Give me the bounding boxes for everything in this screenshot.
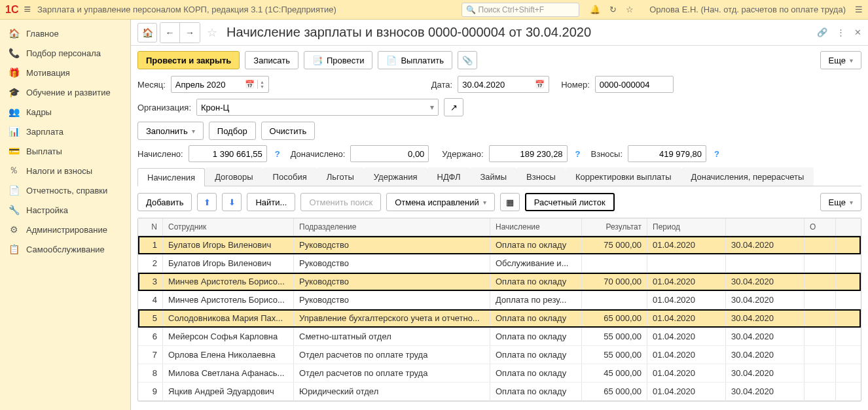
- tab[interactable]: НДФЛ: [427, 167, 471, 186]
- tab[interactable]: Удержания: [364, 167, 427, 186]
- accrued-value: [189, 145, 267, 162]
- table-row[interactable]: 2Булатов Игорь ВиленовичРуководствоОбслу…: [138, 254, 861, 273]
- pay-button[interactable]: 📄Выплатить: [378, 51, 452, 69]
- cell-period-end: 30.04.2020: [726, 273, 805, 290]
- undo-fix-button[interactable]: Отмена исправлений: [386, 193, 495, 211]
- kebab-icon[interactable]: ⋮: [837, 27, 845, 37]
- find-button[interactable]: Найти...: [247, 193, 295, 211]
- home-button[interactable]: 🏠: [137, 23, 157, 43]
- move-down-button[interactable]: ⬇: [222, 193, 242, 211]
- sidebar-item[interactable]: 🎓Обучение и развитие: [0, 82, 130, 102]
- help-icon[interactable]: ?: [714, 149, 719, 159]
- post-icon: 📑: [312, 56, 323, 65]
- attach-button[interactable]: 📎: [458, 51, 477, 69]
- menu-icon[interactable]: ☰: [855, 5, 863, 14]
- col-department[interactable]: Подразделение: [294, 218, 490, 235]
- sidebar-icon: ％: [8, 165, 20, 177]
- help-icon[interactable]: ?: [575, 149, 581, 159]
- payslip-button[interactable]: Расчетный листок: [525, 193, 615, 211]
- table-row[interactable]: 4Минчев Аристотель Борисо...РуководствоД…: [138, 291, 861, 309]
- help-icon[interactable]: ?: [275, 149, 280, 159]
- more-button[interactable]: Еще: [820, 51, 861, 69]
- post-button[interactable]: 📑Провести: [304, 51, 373, 69]
- star-icon[interactable]: ☆: [626, 5, 634, 14]
- cell-period-start: [647, 254, 726, 272]
- clear-button[interactable]: Очистить: [261, 122, 316, 140]
- tab[interactable]: Займы: [470, 167, 516, 186]
- favorite-icon[interactable]: ☆: [207, 26, 217, 40]
- sidebar-item[interactable]: 💳Выплаты: [0, 141, 130, 161]
- tab[interactable]: Корректировки выплаты: [566, 167, 681, 186]
- spinner-icon[interactable]: ▲▼: [257, 80, 264, 89]
- sidebar-item[interactable]: 🔧Настройка: [0, 200, 130, 220]
- add-row-button[interactable]: Добавить: [137, 193, 192, 211]
- save-button[interactable]: Записать: [245, 51, 298, 69]
- sidebar-item[interactable]: ⚙Администрирование: [0, 220, 130, 239]
- cell-period-end: [726, 254, 805, 272]
- cell-accrual: Обслуживание и...: [490, 254, 582, 272]
- org-expand-button[interactable]: ↗: [444, 98, 463, 116]
- sidebar-item[interactable]: 📊Зарплата: [0, 122, 130, 141]
- cell-o: [805, 309, 836, 327]
- sidebar-item[interactable]: 📞Подбор персонала: [0, 43, 130, 63]
- col-period-end[interactable]: [726, 218, 805, 235]
- sidebar-item[interactable]: 📋Самообслуживание: [0, 239, 130, 259]
- cell-accrual: Оплата по окладу: [490, 236, 582, 254]
- table-row[interactable]: 7Орлова Елена НиколаевнаОтдел расчетов п…: [138, 346, 861, 364]
- col-period[interactable]: Период: [647, 218, 726, 235]
- table-row[interactable]: 6Мейерсон Софья КарловнаСметно-штатный о…: [138, 328, 861, 346]
- move-up-button[interactable]: ⬆: [197, 193, 217, 211]
- sidebar-item[interactable]: ％Налоги и взносы: [0, 161, 130, 180]
- col-n[interactable]: N: [138, 218, 163, 235]
- tab[interactable]: Пособия: [263, 167, 317, 186]
- month-input[interactable]: 📅 ▲▼: [171, 76, 269, 93]
- back-button[interactable]: ←: [160, 23, 180, 43]
- tab[interactable]: Льготы: [317, 167, 364, 186]
- col-result[interactable]: Результат: [582, 218, 647, 235]
- search-input[interactable]: 🔍 Поиск Ctrl+Shift+F: [461, 3, 579, 17]
- link-icon[interactable]: 🔗: [817, 27, 827, 37]
- table-row[interactable]: 5Солодовникова Мария Пах...Управление бу…: [138, 309, 861, 328]
- date-input[interactable]: 📅: [458, 76, 549, 93]
- hamburger-icon[interactable]: ≡: [24, 3, 31, 16]
- sidebar-item[interactable]: 📄Отчетность, справки: [0, 180, 130, 200]
- sidebar-item[interactable]: 🏠Главное: [0, 24, 130, 43]
- fill-button[interactable]: Заполнить: [137, 122, 204, 140]
- tab[interactable]: Доначисления, перерасчеты: [681, 167, 814, 186]
- pay-label: Выплатить: [401, 56, 444, 65]
- sidebar-label: Кадры: [26, 107, 52, 117]
- pick-button[interactable]: Подбор: [209, 122, 256, 140]
- sidebar-item[interactable]: 👥Кадры: [0, 102, 130, 122]
- month-label: Месяц:: [137, 80, 166, 90]
- forward-button[interactable]: →: [180, 23, 200, 43]
- grid-settings-button[interactable]: ▦: [500, 193, 520, 211]
- table-row[interactable]: 9Яцкив Андрей ЭдуардовичЮридический отде…: [138, 383, 861, 401]
- number-input[interactable]: [595, 76, 674, 93]
- calendar-icon[interactable]: 📅: [245, 80, 255, 89]
- col-o[interactable]: О: [805, 218, 836, 235]
- calendar-icon[interactable]: 📅: [535, 80, 545, 89]
- table-row[interactable]: 1Булатов Игорь ВиленовичРуководствоОплат…: [138, 236, 861, 254]
- app-bar: 1C ≡ Зарплата и управление персоналом КО…: [0, 0, 868, 20]
- cell-employee: Милова Светлана Афанась...: [163, 364, 294, 382]
- cell-o: [805, 328, 836, 345]
- table-row[interactable]: 3Минчев Аристотель Борисо...РуководствоО…: [138, 273, 861, 291]
- sidebar-item[interactable]: 🎁Мотивация: [0, 63, 130, 82]
- bell-icon[interactable]: 🔔: [590, 5, 600, 14]
- dropdown-icon[interactable]: ▾: [430, 103, 434, 112]
- tab[interactable]: Начисления: [137, 168, 205, 186]
- table-row[interactable]: 8Милова Светлана Афанась...Отдел расчето…: [138, 364, 861, 383]
- close-icon[interactable]: ✕: [854, 27, 861, 37]
- sidebar-icon: ⚙: [8, 224, 20, 235]
- commit-close-button[interactable]: Провести и закрыть: [137, 51, 240, 69]
- cell-accrual: Оплата по окладу: [490, 346, 582, 364]
- tab[interactable]: Взносы: [516, 167, 566, 186]
- history-icon[interactable]: ↻: [609, 5, 617, 14]
- col-accrual[interactable]: Начисление: [490, 218, 582, 235]
- withheld-label: Удержано:: [442, 149, 483, 159]
- org-input[interactable]: ▾: [196, 99, 439, 116]
- grid-more-button[interactable]: Еще: [820, 193, 861, 211]
- user-label[interactable]: Орлова Е.Н. (Нач. отд. расчетов по оплат…: [649, 5, 846, 14]
- col-employee[interactable]: Сотрудник: [163, 218, 294, 235]
- tab[interactable]: Договоры: [205, 167, 262, 186]
